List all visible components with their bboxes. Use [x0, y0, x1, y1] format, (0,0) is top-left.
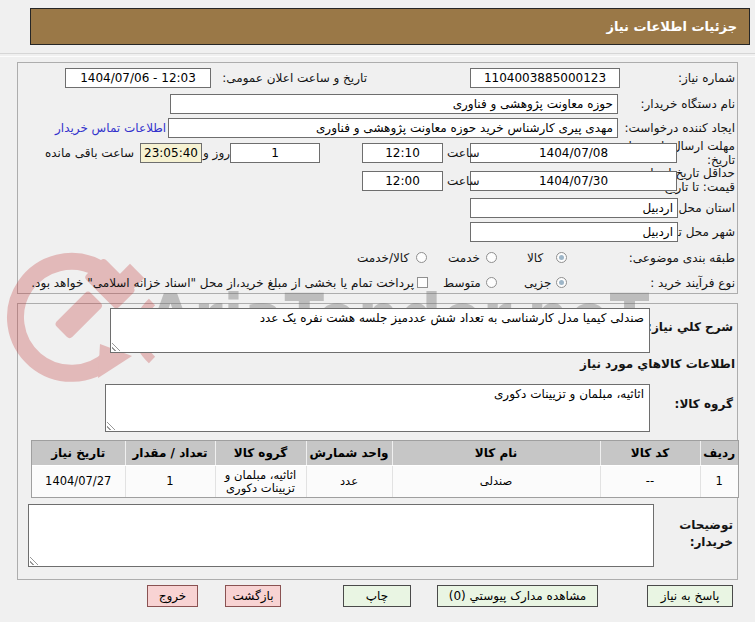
hours-remaining-field: 23:05:40: [140, 143, 202, 163]
price-validity-date-field[interactable]: 1404/07/30: [470, 171, 677, 191]
print-button[interactable]: چاپ: [343, 585, 411, 607]
cell-goods-group: اثاثیه، مبلمان و تزیینات دکوری: [215, 466, 306, 498]
goods-table: ردیف کد کالا نام کالا واحد شمارش گروه کا…: [31, 440, 739, 498]
goods-group-textarea[interactable]: اثاثیه، مبلمان و تزیینات دکوری: [105, 384, 650, 432]
days-remaining-field[interactable]: 1: [230, 143, 320, 163]
resize-grip-icon[interactable]: [30, 556, 39, 565]
need-details-page: AriaTender.neT جزئیات اطلاعات نیاز شماره…: [0, 0, 755, 622]
buyer-notes-label: توضیحات خریدار:: [673, 517, 733, 551]
buyer-org-value: حوزه معاونت پژوهشی و فناوری: [453, 97, 613, 111]
goods-table-header-row: ردیف کد کالا نام کالا واحد شمارش گروه کا…: [32, 441, 738, 466]
classification-label: طبقه بندی موضوعی:: [629, 251, 735, 265]
description-textarea[interactable]: صندلی کیمیا مدل کارشناسی به تعداد شش عدد…: [110, 308, 650, 353]
city-field[interactable]: اردبیل: [470, 222, 678, 242]
col-goods-group: گروه کالا: [215, 441, 306, 466]
description-value: صندلی کیمیا مدل کارشناسی به تعداد شش عدد…: [260, 311, 644, 325]
classification-option-goods-label: کالا: [527, 251, 543, 265]
description-label: شرح کلي نیاز:: [647, 320, 733, 334]
announce-datetime-value: 1404/07/06 - 12:03: [80, 71, 196, 85]
back-button[interactable]: بازگشت: [225, 585, 281, 607]
respond-button[interactable]: پاسخ به نیاز: [647, 585, 733, 607]
classification-radio-service[interactable]: [486, 252, 497, 263]
classification-option-service-label: خدمت: [448, 251, 480, 265]
page-title-bar: جزئیات اطلاعات نیاز: [30, 8, 750, 45]
cell-goods-name: صندلی: [392, 466, 600, 498]
announce-datetime-label: تاریخ و ساعت اعلان عمومی:: [222, 71, 367, 85]
creator-field[interactable]: مهدی پیری کارشناس خرید حوزه معاونت پژوهش…: [168, 118, 618, 138]
classification-radio-goods[interactable]: [556, 252, 567, 263]
process-type-label: نوع فرآیند خرید :: [650, 276, 735, 290]
resize-grip-icon[interactable]: [107, 421, 116, 430]
city-value: اردبیل: [642, 225, 673, 239]
classification-option-goods-service-label: کالا/خدمت: [357, 251, 409, 265]
process-type-radio-medium[interactable]: [486, 277, 497, 288]
hours-remaining-value: 23:05:40: [144, 146, 198, 160]
cell-need-date: 1404/07/27: [32, 466, 125, 498]
need-number-field[interactable]: 1104003885000123: [470, 68, 620, 88]
col-count-unit: واحد شمارش: [306, 441, 392, 466]
process-type-option-minor-label: جزیی: [524, 276, 551, 290]
view-attachments-button[interactable]: مشاهده مدارک پیوستي (0): [437, 585, 598, 607]
buyer-org-field[interactable]: حوزه معاونت پژوهشی و فناوری: [170, 94, 618, 114]
process-type-option-medium-label: متوسط: [443, 276, 481, 290]
treasury-checkbox[interactable]: [417, 277, 428, 288]
goods-group-label: گروه کالا:: [675, 397, 733, 411]
process-type-radio-minor[interactable]: [556, 277, 567, 288]
days-remaining-label: روز و: [203, 146, 230, 160]
need-number-value: 1104003885000123: [484, 71, 606, 85]
cell-count-unit: عدد: [306, 466, 392, 498]
creator-label: ایجاد کننده درخواست:: [624, 121, 735, 135]
deadline-time-value: 12:10: [385, 146, 420, 160]
price-validity-date-value: 1404/07/30: [539, 174, 608, 188]
header-separator: [0, 53, 755, 57]
col-goods-code: کد کالا: [600, 441, 700, 466]
deadline-date-value: 1404/07/08: [539, 146, 608, 160]
announce-datetime-field[interactable]: 1404/07/06 - 12:03: [65, 68, 211, 88]
exit-button[interactable]: خروج: [147, 585, 198, 607]
treasury-note: پرداخت تمام یا بخشی از مبلغ خرید،از محل …: [22, 276, 414, 290]
col-goods-name: نام کالا: [392, 441, 600, 466]
price-validity-time-field[interactable]: 12:00: [362, 171, 443, 191]
province-field[interactable]: اردبیل: [470, 198, 678, 218]
hours-remaining-label: ساعت باقی مانده: [45, 146, 134, 160]
buyer-notes-textarea[interactable]: [28, 504, 654, 567]
deadline-date-field[interactable]: 1404/07/08: [470, 143, 677, 163]
cell-goods-code: --: [600, 466, 700, 498]
deadline-hour-label: ساعت: [447, 146, 480, 160]
resize-grip-icon[interactable]: [112, 342, 121, 351]
col-row-number: ردیف: [700, 441, 738, 466]
goods-info-section-title: اطلاعات کالاهاي مورد نیاز: [580, 357, 735, 371]
buyer-org-label: نام دستگاه خریدار:: [641, 97, 736, 111]
creator-value: مهدی پیری کارشناس خرید حوزه معاونت پژوهش…: [316, 121, 613, 135]
cell-row-number: 1: [700, 466, 738, 498]
price-validity-hour-label: ساعت: [447, 174, 480, 188]
classification-radio-goods-service[interactable]: [416, 252, 427, 263]
cell-quantity: 1: [125, 466, 215, 498]
days-remaining-value: 1: [271, 146, 279, 160]
deadline-time-field[interactable]: 12:10: [362, 143, 443, 163]
table-row: 1 -- صندلی عدد اثاثیه، مبلمان و تزیینات …: [32, 466, 738, 498]
buyer-contact-link[interactable]: اطلاعات تماس خریدار: [55, 121, 166, 135]
price-validity-time-value: 12:00: [385, 174, 420, 188]
page-title: جزئیات اطلاعات نیاز: [606, 19, 737, 34]
col-quantity: تعداد / مقدار: [125, 441, 215, 466]
goods-group-value: اثاثیه، مبلمان و تزیینات دکوری: [494, 387, 644, 401]
province-value: اردبیل: [642, 201, 673, 215]
need-number-label: شماره نیاز:: [678, 71, 735, 85]
col-need-date: تاریخ نیاز: [32, 441, 125, 466]
